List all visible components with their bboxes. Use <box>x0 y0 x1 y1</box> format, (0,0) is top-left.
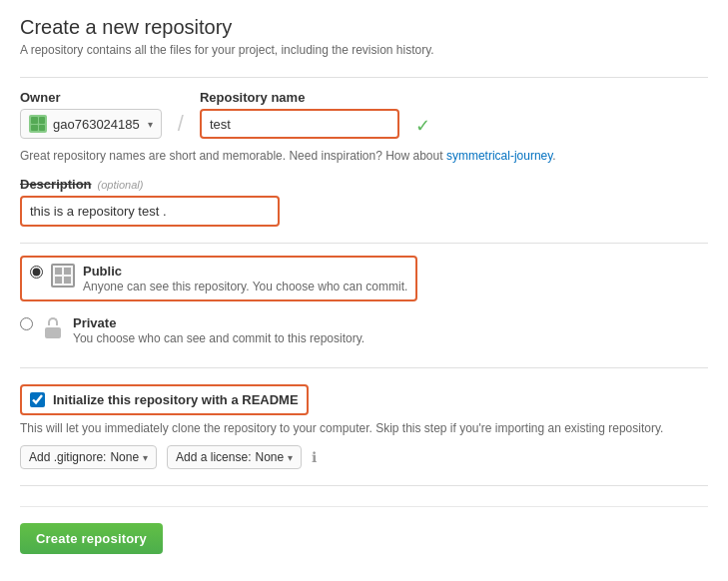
page-subtitle: A repository contains all the files for … <box>20 43 708 57</box>
description-input[interactable] <box>22 198 278 225</box>
license-value: None <box>255 450 284 464</box>
info-icon[interactable]: ℹ <box>312 449 317 465</box>
owner-repo-row: Owner gao763024185 ▾ / Repository name ✓ <box>20 90 708 139</box>
license-arrow-icon: ▾ <box>288 452 293 463</box>
owner-label: Owner <box>20 90 162 105</box>
optional-tag: (optional) <box>98 179 144 191</box>
suggestion-link[interactable]: symmetrical-journey <box>446 149 552 163</box>
owner-dropdown[interactable]: gao763024185 ▾ <box>20 109 162 139</box>
mid-divider <box>20 243 708 244</box>
hint-text-part: Great repository names are short and mem… <box>20 149 446 163</box>
public-icon <box>51 264 75 288</box>
initialize-label[interactable]: Initialize this repository with a README <box>53 392 299 407</box>
top-divider <box>20 77 708 78</box>
private-text-group: Private You choose who can see and commi… <box>73 315 364 345</box>
slash-separator: / <box>178 111 184 139</box>
private-label[interactable]: Private <box>73 315 364 330</box>
gitignore-arrow-icon: ▾ <box>143 452 148 463</box>
public-text-group: Public Anyone can see this repository. Y… <box>83 264 407 293</box>
public-radio[interactable] <box>30 266 43 279</box>
initialize-row: Initialize this repository with a README <box>20 384 309 415</box>
visibility-section: Public Anyone can see this repository. Y… <box>20 256 708 355</box>
gitignore-dropdown[interactable]: Add .gitignore: None ▾ <box>20 445 157 469</box>
public-option-wrapper: Public Anyone can see this repository. Y… <box>20 256 417 301</box>
license-label: Add a license: <box>176 450 251 464</box>
pre-submit-divider <box>20 485 708 486</box>
gitignore-value: None <box>110 450 139 464</box>
page-title: Create a new repository <box>20 16 708 39</box>
license-dropdown[interactable]: Add a license: None ▾ <box>167 445 302 469</box>
public-desc: Anyone can see this repository. You choo… <box>83 280 407 293</box>
owner-group: Owner gao763024185 ▾ <box>20 90 162 139</box>
repo-name-input[interactable] <box>200 109 399 139</box>
valid-check-icon: ✓ <box>415 115 430 139</box>
repo-name-label: Repository name <box>200 90 399 105</box>
bottom-divider <box>20 367 708 368</box>
initialize-desc: This will let you immediately clone the … <box>20 421 699 435</box>
description-label-row: Description (optional) <box>20 177 708 192</box>
description-section: Description (optional) <box>20 177 708 227</box>
owner-name: gao763024185 <box>53 117 140 132</box>
description-label: Description <box>20 177 92 192</box>
repo-hint: Great repository names are short and mem… <box>20 149 708 163</box>
private-radio[interactable] <box>20 317 33 330</box>
owner-dropdown-arrow-icon: ▾ <box>148 119 153 130</box>
public-label[interactable]: Public <box>83 264 407 279</box>
create-repository-button[interactable]: Create repository <box>20 523 163 554</box>
addons-row: Add .gitignore: None ▾ Add a license: No… <box>20 445 708 469</box>
private-desc: You choose who can see and commit to thi… <box>73 331 364 345</box>
initialize-checkbox[interactable] <box>30 392 45 407</box>
gitignore-label: Add .gitignore: <box>29 450 106 464</box>
hint-end: . <box>552 149 555 163</box>
main-container: Create a new repository A repository con… <box>0 0 728 570</box>
owner-avatar-icon <box>29 115 47 133</box>
repo-name-group: Repository name <box>200 90 399 139</box>
private-option-wrapper: Private You choose who can see and commi… <box>20 305 708 355</box>
description-input-wrapper <box>20 196 280 227</box>
initialize-section: Initialize this repository with a README… <box>20 384 708 469</box>
private-icon <box>43 315 63 339</box>
submit-section: Create repository <box>20 506 708 554</box>
